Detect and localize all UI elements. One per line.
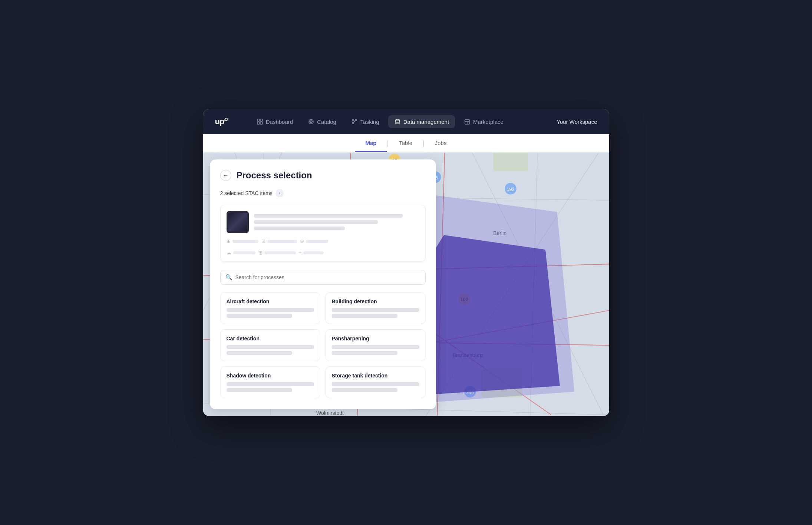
tab-jobs[interactable]: Jobs [425,135,457,152]
process-line-7 [332,345,419,349]
process-card-title-building: Building detection [332,298,419,304]
process-line-2 [227,314,292,318]
stac-meta-row-1: ⊞ [227,238,258,244]
process-card-building[interactable]: Building detection [326,292,426,324]
svg-rect-41 [493,153,528,171]
nav-label-marketplace: Marketplace [473,119,504,125]
catalog-icon [308,118,314,125]
meta-skeleton-1 [232,240,258,243]
process-line-9 [227,382,314,386]
process-card-lines-shadow [227,382,314,392]
content-area: Map | Table | Jobs [203,134,609,416]
main-layout: Neubrandenburg Szczecin Meyenburg Ludwig… [203,153,609,416]
process-card-lines-car [227,345,314,355]
process-card-shadow[interactable]: Shadow detection [220,366,320,398]
process-line-5 [227,345,314,349]
process-card-lines-aircraft [227,308,314,318]
process-card-storage-tank[interactable]: Storage tank detection [326,366,426,398]
tabs-row: Map | Table | Jobs [203,134,609,153]
meta-skeleton-5 [264,251,296,254]
search-box: 🔍 [220,270,426,285]
nav-label-tasking: Tasking [360,119,379,125]
nav-item-catalog[interactable]: Catalog [302,115,342,128]
stac-arrow-button[interactable]: › [275,189,284,197]
svg-text:Magdeburg: Magdeburg [423,415,458,416]
process-card-lines-storage-tank [332,382,419,392]
image-icon: ⊡ [261,238,265,244]
process-card-lines-building [332,308,419,318]
nav-items: Dashboard Catalog Tasking [251,115,557,128]
database-icon [394,118,401,125]
process-card-title-car: Car detection [227,336,314,341]
stac-meta-row-3: ⊕ [300,238,328,244]
process-line-12 [332,388,397,392]
meta-skeleton-3 [306,240,328,243]
stac-thumb-image [228,213,247,231]
meta-skeleton-2 [267,240,297,243]
process-line-1 [227,308,314,312]
nav-item-data-management[interactable]: Data management [388,115,455,128]
process-line-4 [332,314,397,318]
nav-item-tasking[interactable]: Tasking [345,115,385,128]
process-card-lines-pansharpening [332,345,419,355]
svg-rect-0 [257,119,260,121]
nav-label-catalog: Catalog [317,119,336,125]
stac-meta-row-6: + [299,250,324,255]
svg-marker-70 [415,235,560,394]
nav-label-dashboard: Dashboard [266,119,293,125]
tab-map[interactable]: Map [355,135,387,152]
process-line-3 [332,308,419,312]
stac-meta-row-5: ⊞ [258,250,296,255]
svg-point-10 [352,119,354,121]
process-card-title-shadow: Shadow detection [227,373,314,379]
stac-thumbnail [227,211,249,233]
process-card-car[interactable]: Car detection [220,329,320,361]
map-icon: ⊞ [227,238,231,244]
stac-card: ⊞ ⊡ ⊕ [220,205,426,262]
nav-label-data-management: Data management [403,119,449,125]
process-card-title-storage-tank: Storage tank detection [332,373,419,379]
stac-info: 2 selected STAC items › [220,189,426,197]
back-button[interactable]: ← [220,170,231,181]
svg-text:192: 192 [506,187,514,192]
grid-icon [257,118,263,125]
svg-point-5 [310,121,312,123]
logo-text: up42 [215,117,228,126]
svg-rect-2 [257,122,260,124]
browser-window: up42 Dashboard Catalog [203,109,609,416]
tasking-icon [351,118,358,125]
meta-skeleton-4 [233,251,255,254]
stac-line-2 [254,220,378,224]
plus-icon: + [299,250,302,255]
process-panel: ← Process selection 2 selected STAC item… [210,159,436,409]
store-icon [464,118,471,125]
process-card-title-pansharpening: Pansharpening [332,336,419,341]
stac-meta-row-4: ☁ [227,250,255,255]
process-card-pansharpening[interactable]: Pansharpening [326,329,426,361]
process-grid: Aircraft detection Building detection [220,292,426,398]
process-line-8 [332,351,397,355]
search-icon: 🔍 [225,274,232,281]
panel-title: Process selection [237,170,312,181]
process-search-input[interactable] [220,270,426,285]
process-card-title-aircraft: Aircraft detection [227,298,314,304]
nav-item-dashboard[interactable]: Dashboard [251,115,299,128]
process-line-11 [332,382,419,386]
process-line-10 [227,388,292,392]
svg-rect-1 [260,119,263,121]
logo[interactable]: up42 [215,117,228,126]
stac-line-3 [254,227,345,230]
meta-skeleton-6 [303,251,324,254]
stac-meta-row-2: ⊡ [261,238,297,244]
share-icon: ⊕ [300,238,304,244]
stac-line-1 [254,214,403,218]
cloud-icon: ☁ [227,250,231,255]
svg-rect-3 [260,122,263,124]
stac-metadata-lines [254,211,419,233]
stac-card-bottom: ⊞ ⊡ ⊕ [227,238,419,255]
nav-item-marketplace[interactable]: Marketplace [458,115,509,128]
process-card-aircraft[interactable]: Aircraft detection [220,292,320,324]
tab-table[interactable]: Table [389,135,423,152]
panel-header: ← Process selection [220,170,426,181]
workspace-button[interactable]: Your Workspace [557,119,597,125]
